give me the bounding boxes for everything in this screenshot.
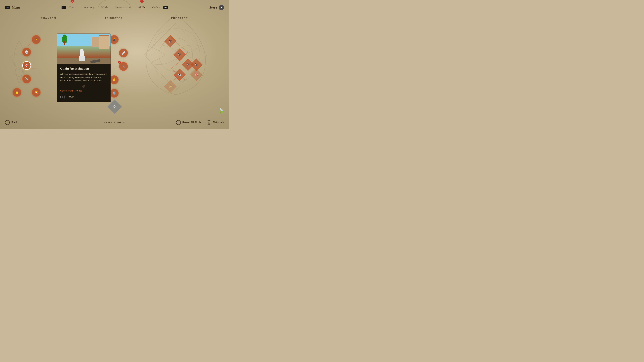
skill-phantom-top[interactable]: 🏃: [32, 35, 40, 44]
reset-button-label: Reset: [66, 95, 74, 98]
skill-predator-target[interactable]: 🎯: [190, 68, 202, 81]
skill-phantom-left3[interactable]: ⚔️: [22, 75, 31, 83]
top-navigation: Menu L1 ! Tools Inventory World Inve: [0, 0, 229, 15]
skill-predator-top[interactable]: 🦅: [164, 35, 176, 47]
skill-predator-mid3[interactable]: 👁️: [174, 68, 186, 81]
tab-skills[interactable]: Skills: [135, 5, 149, 10]
skill-trickster-right2[interactable]: 🔧 2: [119, 62, 128, 71]
skill-phantom-bottom-left[interactable]: 🌟: [12, 88, 21, 97]
nav-arch-decoration: [98, 0, 131, 10]
reset-button-icon: □: [60, 95, 65, 99]
controller-icon: [5, 6, 10, 9]
leaf-icon: 🍃: [218, 108, 224, 114]
skill-points-label: SKILL POINTS: [104, 121, 125, 124]
skill-trickster-right1[interactable]: 🩹: [119, 49, 128, 57]
tab-inventory[interactable]: Inventory: [79, 5, 98, 10]
back-button[interactable]: ○ Back: [5, 120, 18, 125]
back-button-icon: ○: [5, 120, 10, 125]
skill-phantom-left2[interactable]: 🎯: [22, 61, 31, 70]
skill-card-reset-button[interactable]: □ Reset: [60, 95, 108, 99]
tutorials-icon: △: [206, 120, 211, 125]
skill-trickster-center[interactable]: ✋: [110, 75, 118, 84]
skill-predator-mid1[interactable]: 🦅: [174, 48, 186, 61]
tutorials-label: Tutorials: [213, 121, 224, 124]
section-trickster: TRICKSTER: [105, 17, 123, 19]
skill-points-value: 0: [113, 104, 116, 109]
skill-phantom-bottom-right[interactable]: 💥: [32, 88, 40, 97]
badge-l1[interactable]: L1: [62, 6, 66, 9]
skill-card-description: After performing an assassination, assas…: [60, 72, 108, 82]
skill-trickster-top[interactable]: 💣: [110, 35, 118, 44]
skill-card-cost: Costs 3 Skill Points: [60, 89, 108, 92]
tab-codex[interactable]: Codex: [149, 5, 164, 10]
back-button-label: Back: [12, 121, 18, 124]
store-section[interactable]: Store ●: [209, 5, 224, 10]
skill-predator-bottom[interactable]: ✨: [164, 80, 176, 93]
skill-card-content: Chain Assassination After performing an …: [57, 64, 110, 102]
menu-section[interactable]: Menu: [5, 6, 20, 9]
bottom-bar: ○ Back SKILL POINTS □ Reset All Skills △…: [0, 116, 229, 129]
section-predator: PREDATOR: [171, 17, 188, 19]
section-phantom: PHANTOM: [41, 17, 56, 19]
menu-label: Menu: [12, 6, 20, 9]
reset-all-label: Reset All Skills: [182, 121, 202, 124]
section-labels-row: PHANTOM TRICKSTER PREDATOR: [0, 17, 229, 19]
skill-card-image: [57, 34, 110, 64]
reset-all-button[interactable]: □ Reset All Skills: [176, 120, 202, 125]
skill-card-title: Chain Assassination: [60, 66, 108, 70]
skill-card-popup: Chain Assassination After performing an …: [57, 33, 111, 102]
badge-r1[interactable]: R1: [163, 6, 168, 9]
tab-tools[interactable]: Tools: [66, 5, 79, 10]
skill-trickster-bottom[interactable]: ⚙️: [110, 89, 118, 97]
reset-all-icon: □: [176, 120, 181, 125]
bottom-right-actions: □ Reset All Skills △ Tutorials: [176, 120, 224, 125]
tutorials-button[interactable]: △ Tutorials: [206, 120, 224, 125]
store-icon[interactable]: ●: [219, 5, 224, 10]
skill-phantom-left1[interactable]: 💀: [22, 48, 31, 56]
store-label: Store: [209, 6, 217, 9]
